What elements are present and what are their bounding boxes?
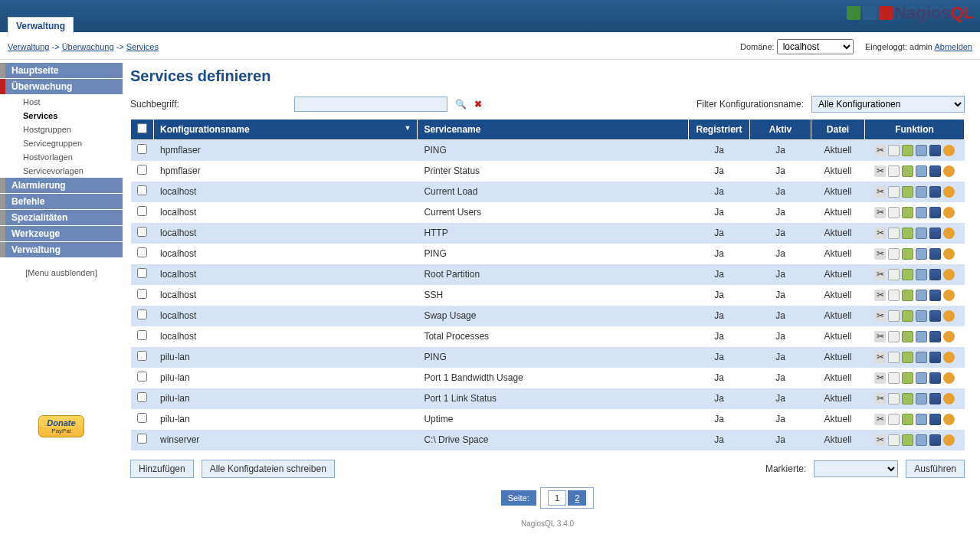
info-icon[interactable]: [943, 434, 955, 446]
info-icon[interactable]: [943, 352, 955, 363]
cell-config[interactable]: pilu-lan: [154, 368, 418, 388]
edit-icon[interactable]: ✂: [874, 186, 886, 198]
cell-config[interactable]: localhost: [154, 244, 418, 264]
info-icon[interactable]: [943, 414, 955, 425]
copy-icon[interactable]: [888, 269, 900, 280]
download-icon[interactable]: [916, 186, 927, 198]
edit-icon[interactable]: ✂: [874, 372, 886, 384]
info-icon[interactable]: [943, 207, 955, 218]
activate-icon[interactable]: [902, 186, 913, 198]
edit-icon[interactable]: ✂: [874, 165, 886, 177]
clear-icon[interactable]: ✖: [474, 99, 482, 110]
save-icon[interactable]: [929, 207, 941, 218]
download-icon[interactable]: [916, 290, 927, 301]
row-checkbox[interactable]: [137, 247, 147, 257]
bc-ueberwachung[interactable]: Überwachung: [62, 42, 114, 51]
activate-icon[interactable]: [902, 207, 913, 218]
nav-item[interactable]: Hauptseite: [0, 63, 123, 78]
nav-item[interactable]: Befehle: [0, 194, 123, 209]
row-checkbox[interactable]: [137, 165, 147, 175]
activate-icon[interactable]: [902, 310, 913, 322]
nav-item[interactable]: Überwachung: [0, 79, 123, 94]
download-icon[interactable]: [916, 310, 927, 322]
cell-service[interactable]: PING: [418, 244, 689, 264]
download-icon[interactable]: [916, 372, 927, 384]
info-icon[interactable]: [943, 331, 955, 342]
row-checkbox[interactable]: [137, 392, 147, 402]
activate-icon[interactable]: [902, 414, 913, 425]
row-checkbox[interactable]: [137, 434, 147, 444]
copy-icon[interactable]: [888, 290, 900, 301]
cell-service[interactable]: PING: [418, 140, 689, 161]
cell-config[interactable]: localhost: [154, 202, 418, 223]
edit-icon[interactable]: ✂: [874, 414, 886, 425]
download-icon[interactable]: [916, 269, 927, 280]
download-icon[interactable]: [916, 145, 927, 156]
activate-icon[interactable]: [902, 269, 913, 280]
edit-icon[interactable]: ✂: [874, 207, 886, 218]
donate-button[interactable]: Donate PayPal: [38, 415, 84, 437]
cell-service[interactable]: C:\ Drive Space: [418, 430, 689, 450]
info-icon[interactable]: [943, 372, 955, 384]
edit-icon[interactable]: ✂: [874, 290, 886, 301]
nav-sub-item[interactable]: Hostvorlagen: [0, 150, 123, 164]
copy-icon[interactable]: [888, 393, 900, 404]
row-checkbox[interactable]: [137, 372, 147, 382]
copy-icon[interactable]: [888, 145, 900, 156]
save-icon[interactable]: [929, 372, 941, 384]
activate-icon[interactable]: [902, 290, 913, 301]
info-icon[interactable]: [943, 248, 955, 260]
copy-icon[interactable]: [888, 352, 900, 363]
write-all-button[interactable]: Alle Konfigdateien schreiben: [202, 460, 335, 478]
row-checkbox[interactable]: [137, 351, 147, 361]
copy-icon[interactable]: [888, 165, 900, 177]
row-checkbox[interactable]: [137, 227, 147, 237]
col-config[interactable]: Konfigurationsname▼: [154, 120, 418, 140]
download-icon[interactable]: [916, 414, 927, 425]
activate-icon[interactable]: [902, 352, 913, 363]
save-icon[interactable]: [929, 393, 941, 404]
cell-service[interactable]: Swap Usage: [418, 306, 689, 326]
cell-service[interactable]: Uptime: [418, 409, 689, 430]
nav-sub-item[interactable]: Hostgruppen: [0, 123, 123, 136]
cell-config[interactable]: hpmflaser: [154, 140, 418, 161]
save-icon[interactable]: [929, 165, 941, 177]
cell-config[interactable]: winserver: [154, 430, 418, 450]
save-icon[interactable]: [929, 186, 941, 198]
save-icon[interactable]: [929, 248, 941, 260]
logout-link[interactable]: Abmelden: [934, 42, 972, 51]
execute-button[interactable]: Ausführen: [906, 460, 965, 478]
filter-select[interactable]: Alle Konfigurationen: [811, 96, 965, 113]
activate-icon[interactable]: [902, 165, 913, 177]
download-icon[interactable]: [916, 228, 927, 239]
marked-select[interactable]: [814, 460, 898, 477]
select-all-checkbox[interactable]: [137, 123, 147, 133]
copy-icon[interactable]: [888, 310, 900, 322]
row-checkbox[interactable]: [137, 309, 147, 319]
info-icon[interactable]: [943, 228, 955, 239]
cell-service[interactable]: Printer Status: [418, 161, 689, 182]
col-service[interactable]: Servicename: [418, 120, 689, 140]
activate-icon[interactable]: [902, 393, 913, 404]
copy-icon[interactable]: [888, 414, 900, 425]
info-icon[interactable]: [943, 186, 955, 198]
download-icon[interactable]: [916, 165, 927, 177]
bc-services[interactable]: Services: [126, 42, 159, 51]
nav-item[interactable]: Werkzeuge: [0, 226, 123, 241]
download-icon[interactable]: [916, 248, 927, 260]
cell-service[interactable]: Port 1 Bandwidth Usage: [418, 368, 689, 388]
nav-item[interactable]: Verwaltung: [0, 242, 123, 257]
download-icon[interactable]: [916, 207, 927, 218]
cell-service[interactable]: Current Users: [418, 202, 689, 223]
info-icon[interactable]: [943, 290, 955, 301]
copy-icon[interactable]: [888, 248, 900, 260]
copy-icon[interactable]: [888, 331, 900, 342]
save-icon[interactable]: [929, 228, 941, 239]
cell-service[interactable]: Root Partition: [418, 264, 689, 285]
download-icon[interactable]: [916, 352, 927, 363]
cell-config[interactable]: pilu-lan: [154, 347, 418, 368]
copy-icon[interactable]: [888, 207, 900, 218]
nav-item[interactable]: Spezialitäten: [0, 210, 123, 225]
download-icon[interactable]: [916, 331, 927, 342]
domain-select[interactable]: localhost: [777, 39, 854, 54]
